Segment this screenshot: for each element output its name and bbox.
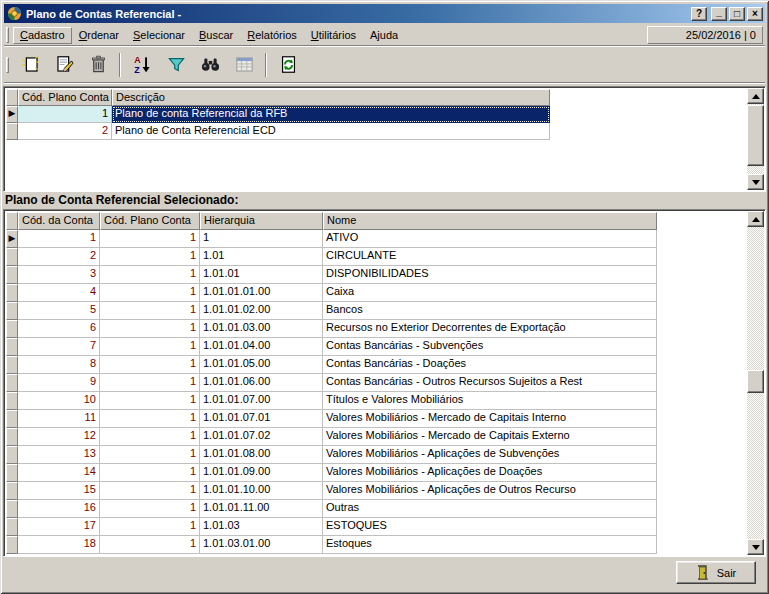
- cell-cod-da-conta[interactable]: 13: [18, 446, 100, 464]
- cell-cod-plano-conta[interactable]: 1: [100, 374, 200, 392]
- cell-nome[interactable]: Valores Mobiliários - Aplicações de Doaç…: [323, 464, 657, 482]
- menubar-grip-handle[interactable]: [6, 27, 9, 43]
- col-header-descricao[interactable]: Descrição: [112, 89, 550, 106]
- cell-cod-plano-conta[interactable]: 1: [100, 392, 200, 410]
- cell-hierarquia[interactable]: 1.01.01.07.00: [200, 392, 323, 410]
- accounts-grid-row[interactable]: 16 1 1.01.01.11.00 Outras: [6, 500, 746, 518]
- cell-cod-da-conta[interactable]: 9: [18, 374, 100, 392]
- cell-cod-plano-conta[interactable]: 1: [100, 536, 200, 554]
- cell-hierarquia[interactable]: 1.01.01.09.00: [200, 464, 323, 482]
- edit-record-button[interactable]: [49, 52, 79, 78]
- new-record-button[interactable]: [15, 52, 45, 78]
- cell-hierarquia[interactable]: 1: [200, 230, 323, 248]
- accounts-grid-vertical-scrollbar[interactable]: [747, 211, 764, 555]
- cell-cod-da-conta[interactable]: 6: [18, 320, 100, 338]
- cell-descricao[interactable]: Plano de conta Referencial da RFB: [112, 106, 550, 123]
- cell-cod-plano-conta[interactable]: 1: [100, 482, 200, 500]
- cell-cod-plano-conta[interactable]: 1: [100, 338, 200, 356]
- scroll-down-button[interactable]: [747, 539, 764, 555]
- close-button[interactable]: ×: [747, 7, 763, 21]
- cell-cod-plano-conta[interactable]: 1: [100, 230, 200, 248]
- cell-nome[interactable]: ESTOQUES: [323, 518, 657, 536]
- cell-hierarquia[interactable]: 1.01.01.10.00: [200, 482, 323, 500]
- cell-cod-da-conta[interactable]: 1: [18, 230, 100, 248]
- cell-nome[interactable]: DISPONIBILIDADES: [323, 266, 657, 284]
- cell-nome[interactable]: Contas Bancárias - Subvenções: [323, 338, 657, 356]
- scroll-up-button[interactable]: [747, 88, 764, 104]
- cell-cod-plano-conta[interactable]: 1: [100, 356, 200, 374]
- scroll-down-button[interactable]: [747, 174, 764, 190]
- scrollbar-thumb[interactable]: [747, 370, 764, 393]
- grid-view-button[interactable]: [229, 52, 259, 78]
- cell-cod-plano-conta[interactable]: 1: [100, 446, 200, 464]
- cell-hierarquia[interactable]: 1.01.01.07.02: [200, 428, 323, 446]
- accounts-grid-row[interactable]: 9 1 1.01.01.06.00 Contas Bancárias - Out…: [6, 374, 746, 392]
- cell-cod-da-conta[interactable]: 17: [18, 518, 100, 536]
- accounts-grid-row[interactable]: 8 1 1.01.01.05.00 Contas Bancárias - Doa…: [6, 356, 746, 374]
- cell-nome[interactable]: Contas Bancárias - Outros Recursos Sujei…: [323, 374, 657, 392]
- accounts-grid-row[interactable]: 15 1 1.01.01.10.00 Valores Mobiliários -…: [6, 482, 746, 500]
- cell-nome[interactable]: Caixa: [323, 284, 657, 302]
- cell-hierarquia[interactable]: 1.01.01.08.00: [200, 446, 323, 464]
- accounts-grid-row[interactable]: ▶ 1 1 1 ATIVO: [6, 230, 746, 248]
- accounts-grid-row[interactable]: 6 1 1.01.01.03.00 Recursos no Exterior D…: [6, 320, 746, 338]
- cell-nome[interactable]: Valores Mobiliários - Aplicações de Subv…: [323, 446, 657, 464]
- cell-hierarquia[interactable]: 1.01.01.01.00: [200, 284, 323, 302]
- accounts-grid-row[interactable]: 4 1 1.01.01.01.00 Caixa: [6, 284, 746, 302]
- accounts-grid-row[interactable]: 17 1 1.01.03 ESTOQUES: [6, 518, 746, 536]
- cell-hierarquia[interactable]: 1.01.01.03.00: [200, 320, 323, 338]
- plans-grid-row-selected[interactable]: ▶ 1 Plano de conta Referencial da RFB: [6, 106, 746, 123]
- cell-nome[interactable]: Contas Bancárias - Doações: [323, 356, 657, 374]
- cell-nome[interactable]: Valores Mobiliários - Aplicações de Outr…: [323, 482, 657, 500]
- cell-nome[interactable]: Outras: [323, 500, 657, 518]
- menu-relatorios[interactable]: Relatórios: [240, 27, 304, 44]
- cell-cod-plano-conta[interactable]: 1: [100, 428, 200, 446]
- accounts-grid-row[interactable]: 3 1 1.01.01 DISPONIBILIDADES: [6, 266, 746, 284]
- menu-ajuda[interactable]: Ajuda: [363, 27, 405, 44]
- cell-hierarquia[interactable]: 1.01: [200, 248, 323, 266]
- accounts-grid-row[interactable]: 14 1 1.01.01.09.00 Valores Mobiliários -…: [6, 464, 746, 482]
- cell-cod-plano-conta[interactable]: 1: [100, 302, 200, 320]
- menu-buscar[interactable]: Buscar: [192, 27, 240, 44]
- accounts-grid-row[interactable]: 2 1 1.01 CIRCULANTE: [6, 248, 746, 266]
- cell-cod-plano-conta[interactable]: 1: [100, 500, 200, 518]
- cell-nome[interactable]: Valores Mobiliários - Mercado de Capitai…: [323, 410, 657, 428]
- cell-cod-da-conta[interactable]: 7: [18, 338, 100, 356]
- exit-button[interactable]: Sair: [676, 561, 756, 584]
- cell-descricao[interactable]: Plano de Conta Referencial ECD: [112, 123, 550, 140]
- accounts-grid-row[interactable]: 13 1 1.01.01.08.00 Valores Mobiliários -…: [6, 446, 746, 464]
- cell-cod-da-conta[interactable]: 16: [18, 500, 100, 518]
- cell-cod-da-conta[interactable]: 14: [18, 464, 100, 482]
- cell-cod-da-conta[interactable]: 3: [18, 266, 100, 284]
- plans-grid-row[interactable]: 2 Plano de Conta Referencial ECD: [6, 123, 746, 140]
- cell-cod-da-conta[interactable]: 15: [18, 482, 100, 500]
- menu-utilitarios[interactable]: Utilitários: [304, 27, 363, 44]
- accounts-grid-row[interactable]: 12 1 1.01.01.07.02 Valores Mobiliários -…: [6, 428, 746, 446]
- toolbar-grip-handle[interactable]: [6, 57, 9, 73]
- delete-record-button[interactable]: [83, 52, 113, 78]
- help-button[interactable]: ?: [691, 7, 707, 21]
- accounts-grid-row[interactable]: 18 1 1.01.03.01.00 Estoques: [6, 536, 746, 554]
- cell-hierarquia[interactable]: 1.01.01.07.01: [200, 410, 323, 428]
- cell-nome[interactable]: Valores Mobiliários - Mercado de Capitai…: [323, 428, 657, 446]
- cell-cod-plano[interactable]: 2: [18, 123, 112, 140]
- cell-nome[interactable]: CIRCULANTE: [323, 248, 657, 266]
- cell-nome[interactable]: Títulos e Valores Mobiliários: [323, 392, 657, 410]
- cell-cod-da-conta[interactable]: 5: [18, 302, 100, 320]
- col-header-cod-plano-conta[interactable]: Cód. Plano Conta: [100, 212, 200, 230]
- cell-hierarquia[interactable]: 1.01.01.04.00: [200, 338, 323, 356]
- scrollbar-thumb[interactable]: [747, 105, 764, 166]
- accounts-grid-row[interactable]: 7 1 1.01.01.04.00 Contas Bancárias - Sub…: [6, 338, 746, 356]
- cell-cod-plano[interactable]: 1: [18, 106, 112, 123]
- col-header-cod-da-conta[interactable]: Cód. da Conta: [18, 212, 100, 230]
- cell-hierarquia[interactable]: 1.01.03: [200, 518, 323, 536]
- cell-cod-plano-conta[interactable]: 1: [100, 248, 200, 266]
- cell-nome[interactable]: Estoques: [323, 536, 657, 554]
- cell-cod-da-conta[interactable]: 10: [18, 392, 100, 410]
- filter-button[interactable]: [161, 52, 191, 78]
- cell-hierarquia[interactable]: 1.01.01.06.00: [200, 374, 323, 392]
- col-header-cod-plano-conta[interactable]: Cód. Plano Conta: [18, 89, 112, 106]
- cell-cod-da-conta[interactable]: 12: [18, 428, 100, 446]
- accounts-grid-row[interactable]: 5 1 1.01.01.02.00 Bancos: [6, 302, 746, 320]
- cell-cod-da-conta[interactable]: 4: [18, 284, 100, 302]
